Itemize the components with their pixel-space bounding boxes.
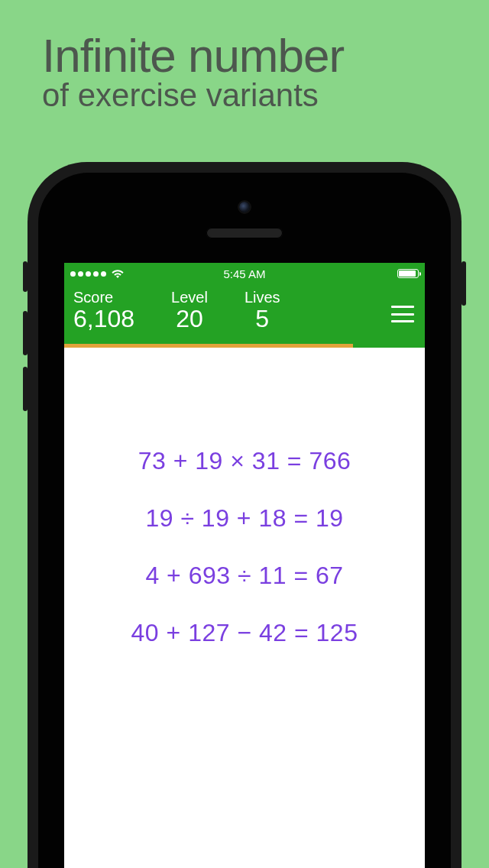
level-stat: Level 20: [171, 289, 208, 333]
level-label: Level: [171, 289, 208, 306]
lives-value: 5: [244, 305, 280, 333]
equation-option[interactable]: 73 + 19 × 31 = 766: [138, 447, 351, 475]
phone-frame: 5:45 AM Score 6,108 Level 20 Lives 5: [28, 162, 461, 868]
equation-option[interactable]: 19 ÷ 19 + 18 = 19: [145, 504, 343, 533]
timer-progress-fill: [64, 344, 353, 348]
marketing-subhead: of exercise variants: [42, 77, 344, 114]
status-time: 5:45 AM: [64, 267, 425, 280]
mute-switch: [23, 261, 28, 292]
earpiece-speaker: [206, 228, 283, 238]
game-header: Score 6,108 Level 20 Lives 5: [64, 284, 425, 344]
phone-screen: 5:45 AM Score 6,108 Level 20 Lives 5: [64, 263, 425, 868]
score-stat: Score 6,108: [73, 289, 134, 333]
volume-up-button: [23, 311, 28, 355]
marketing-headline: Infinite number: [42, 31, 344, 80]
hamburger-icon: [391, 306, 414, 308]
score-label: Score: [73, 289, 134, 306]
volume-down-button: [23, 367, 28, 411]
front-camera-icon: [239, 202, 250, 212]
timer-progress: [64, 344, 425, 348]
status-bar: 5:45 AM: [64, 263, 425, 284]
marketing-copy: Infinite number of exercise variants: [42, 31, 344, 114]
battery-icon: [397, 269, 419, 278]
lives-stat: Lives 5: [244, 289, 280, 333]
menu-button[interactable]: [391, 306, 414, 322]
score-value: 6,108: [73, 305, 134, 333]
level-value: 20: [171, 305, 208, 333]
equation-option[interactable]: 4 + 693 ÷ 11 = 67: [145, 562, 343, 590]
lives-label: Lives: [244, 289, 280, 306]
power-button: [461, 261, 466, 306]
equation-list: 73 + 19 × 31 = 766 19 ÷ 19 + 18 = 19 4 +…: [64, 348, 425, 647]
equation-option[interactable]: 40 + 127 − 42 = 125: [131, 619, 358, 647]
